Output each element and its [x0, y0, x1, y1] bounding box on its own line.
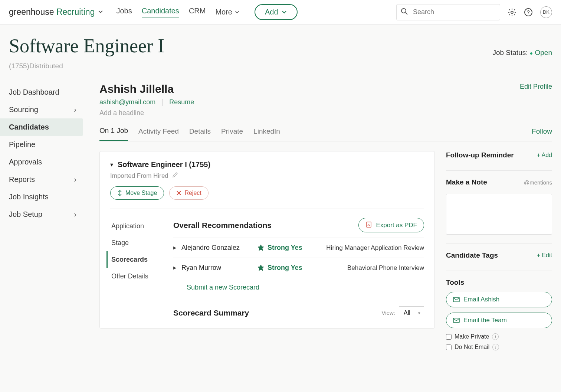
help-button[interactable]: ?: [524, 8, 533, 17]
tab-details[interactable]: Details: [189, 127, 211, 141]
followup-title: Follow-up Reminder: [446, 151, 514, 159]
sidebar-item-sourcing[interactable]: Sourcing›: [0, 101, 83, 118]
imported-label: Imported From Hired: [110, 172, 168, 180]
info-icon[interactable]: i: [492, 344, 499, 350]
edit-profile-link[interactable]: Edit Profile: [520, 83, 552, 91]
do-not-email-checkbox[interactable]: [446, 344, 452, 350]
resume-link[interactable]: Resume: [169, 98, 194, 106]
card-inner-main: Overall Recommendations Export as PDF ▶ …: [173, 218, 424, 319]
pencil-icon[interactable]: [172, 172, 178, 180]
nav-more[interactable]: More: [215, 7, 240, 17]
sidebar-item-label: Job Dashboard: [9, 88, 59, 97]
job-status-label: Job Status:: [492, 49, 528, 56]
sidebar-item-pipeline[interactable]: Pipeline: [0, 136, 83, 153]
settings-button[interactable]: [508, 8, 516, 17]
scorecard-summary-header: Scorecard Summary View: All: [173, 306, 424, 319]
top-bar: greenhouse Recruiting Jobs Candidates CR…: [0, 0, 561, 24]
candidate-email-link[interactable]: ashish@ymail.com: [99, 98, 155, 106]
nav-candidates[interactable]: Candidates: [142, 7, 179, 17]
divider: [162, 99, 163, 106]
rating-label: Strong Yes: [268, 244, 302, 252]
search-input[interactable]: [396, 4, 500, 20]
logo-part1: greenhouse: [9, 7, 54, 17]
sidebar-item-job-dashboard[interactable]: Job Dashboard: [0, 84, 83, 101]
sidebar-item-approvals[interactable]: Approvals: [0, 153, 83, 171]
email-team-button[interactable]: Email the Team: [446, 313, 552, 328]
stage-actions: Move Stage Reject: [110, 186, 424, 200]
recommendation-row[interactable]: ▶ Ryan Murrow Strong Yes Behavioral Phon…: [173, 258, 424, 278]
sidebar-item-candidates[interactable]: Candidates: [0, 118, 83, 136]
review-stage: Behavioral Phone Interview: [322, 264, 424, 272]
two-column: ▾ Software Engineer I (1755) Imported Fr…: [99, 151, 552, 350]
collapse-caret-icon[interactable]: ▾: [110, 161, 113, 168]
add-followup-link[interactable]: + Add: [537, 152, 552, 159]
inner-nav-application[interactable]: Application: [111, 218, 173, 235]
candidate-name: Ashish Jillella: [99, 83, 194, 95]
job-card-title: Software Engineer I (1755): [118, 160, 210, 169]
add-label: Add: [265, 8, 278, 16]
view-select-wrap: All: [399, 306, 424, 319]
add-headline[interactable]: Add a headline: [99, 109, 194, 117]
expand-caret-icon[interactable]: ▶: [173, 245, 176, 250]
note-textarea[interactable]: [446, 194, 552, 235]
card-inner-layout: Application Stage Scorecards Offer Detai…: [110, 218, 424, 319]
sidebar-item-label: Reports: [9, 175, 35, 184]
content: Ashish Jillella ashish@ymail.com Resume …: [83, 74, 561, 359]
info-icon[interactable]: i: [492, 333, 499, 340]
reject-button[interactable]: Reject: [169, 186, 208, 200]
sidebar-item-job-setup[interactable]: Job Setup›: [0, 206, 83, 223]
inner-nav-offer-details[interactable]: Offer Details: [111, 268, 173, 285]
do-not-email-toggle[interactable]: Do Not Email i: [446, 344, 552, 350]
card-title-row[interactable]: ▾ Software Engineer I (1755): [110, 160, 424, 169]
nav-jobs[interactable]: Jobs: [116, 7, 132, 17]
nav-crm[interactable]: CRM: [189, 7, 206, 17]
export-pdf-button[interactable]: Export as PDF: [358, 218, 424, 232]
search-icon: [401, 8, 408, 17]
svg-point-0: [401, 9, 406, 13]
expand-caret-icon[interactable]: ▶: [173, 265, 176, 270]
inner-nav-scorecards[interactable]: Scorecards: [106, 251, 173, 268]
svg-line-1: [406, 13, 407, 14]
move-stage-label: Move Stage: [125, 190, 157, 196]
tab-linkedin[interactable]: LinkedIn: [253, 127, 280, 141]
recommendation-row[interactable]: ▶ Alejandro Gonzalez Strong Yes Hiring M…: [173, 238, 424, 258]
add-button[interactable]: Add: [255, 4, 298, 20]
view-select[interactable]: All: [399, 306, 424, 319]
logo-part2: Recruiting: [56, 7, 95, 17]
tags-section: Candidate Tags + Edit: [446, 251, 552, 271]
close-icon: [176, 190, 181, 196]
make-private-checkbox[interactable]: [446, 334, 452, 340]
email-team-label: Email the Team: [463, 317, 507, 324]
move-stage-button[interactable]: Move Stage: [110, 186, 164, 200]
right-column: Follow-up Reminder + Add Make a Note @me…: [446, 151, 552, 350]
star-icon: [257, 244, 265, 252]
chevron-right-icon: ›: [74, 175, 76, 184]
tab-private[interactable]: Private: [221, 127, 243, 141]
chevron-down-icon[interactable]: [98, 7, 104, 17]
card-inner-nav: Application Stage Scorecards Offer Detai…: [110, 218, 173, 319]
make-private-toggle[interactable]: Make Private i: [446, 333, 552, 340]
submit-scorecard-link[interactable]: Submit a new Scorecard: [187, 284, 259, 291]
chevron-right-icon: ›: [74, 105, 76, 114]
mentions-link[interactable]: @mentions: [524, 179, 552, 186]
summary-title: Scorecard Summary: [173, 308, 249, 317]
sidebar-item-reports[interactable]: Reports›: [0, 171, 83, 188]
tab-activity-feed[interactable]: Activity Feed: [138, 127, 179, 141]
tab-on-job[interactable]: On 1 Job: [99, 127, 128, 141]
logo[interactable]: greenhouse Recruiting: [9, 7, 104, 17]
sidebar-item-job-insights[interactable]: Job Insights: [0, 188, 83, 206]
review-stage: Hiring Manager Application Review: [322, 244, 424, 252]
chevron-down-icon: [234, 10, 240, 15]
candidate-tabs: On 1 Job Activity Feed Details Private L…: [99, 127, 552, 141]
follow-link[interactable]: Follow: [532, 127, 552, 141]
inner-nav-stage[interactable]: Stage: [111, 235, 173, 251]
user-avatar[interactable]: DK: [540, 6, 552, 18]
imported-source: Imported From Hired: [110, 172, 424, 180]
sidebar-item-label: Candidates: [9, 123, 49, 131]
email-candidate-button[interactable]: Email Ashish: [446, 292, 552, 307]
page-title: Software Engineer I: [9, 35, 164, 57]
svg-rect-6: [453, 297, 459, 302]
edit-tags-link[interactable]: + Edit: [537, 252, 552, 259]
recommendations-header: Overall Recommendations Export as PDF: [173, 218, 424, 232]
tools-title: Tools: [446, 278, 552, 287]
